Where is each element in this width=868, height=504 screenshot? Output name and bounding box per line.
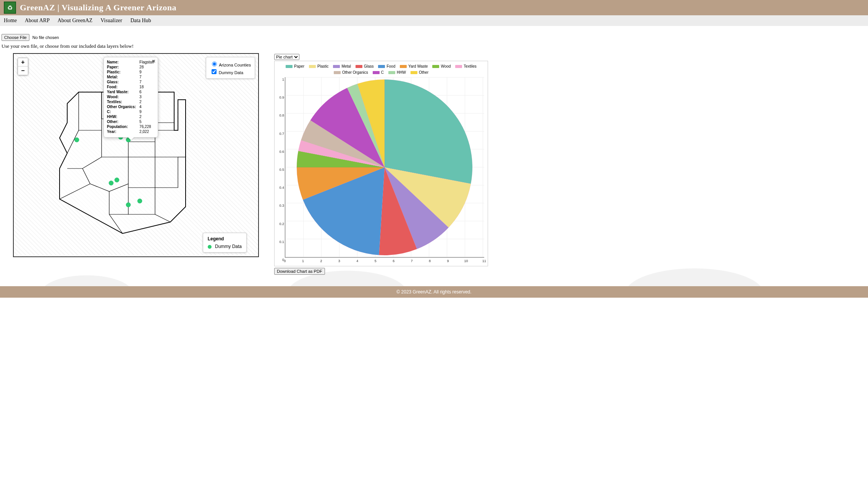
legend-item: Dummy Data bbox=[208, 244, 242, 249]
footer: © 2023 GreenAZ. All rights reserved. bbox=[0, 286, 868, 298]
layer-counties-radio[interactable] bbox=[212, 62, 217, 66]
y-axis: 00.10.20.30.40.50.60.70.80.91 bbox=[278, 77, 285, 258]
legend-dot-icon bbox=[208, 245, 212, 249]
pie-slice[interactable] bbox=[385, 79, 472, 184]
layer-counties-row[interactable]: Arizona Counties bbox=[210, 60, 251, 67]
popup-row: Name:Flagstaff bbox=[107, 60, 155, 65]
footer-text: © 2023 GreenAZ. All rights reserved. bbox=[396, 289, 471, 295]
popup-table: Name:FlagstaffPaper:28Plastic:9Metal:7Gl… bbox=[107, 60, 155, 134]
legend-entry[interactable]: Yard Waste bbox=[400, 63, 428, 70]
popup-row: Glass:7 bbox=[107, 79, 155, 84]
layer-dummy-row[interactable]: Dummy Data bbox=[210, 68, 251, 75]
popup-row: HHW:2 bbox=[107, 114, 155, 119]
svg-point-5 bbox=[126, 203, 131, 207]
svg-point-0 bbox=[74, 138, 79, 142]
popup-row: C:9 bbox=[107, 109, 155, 114]
map-popup: × Name:FlagstaffPaper:28Plastic:9Metal:7… bbox=[103, 57, 158, 138]
legend-entry[interactable]: Food bbox=[378, 63, 395, 70]
download-chart-button[interactable]: Download Chart as PDF bbox=[274, 268, 325, 275]
app-header: ♻ GreenAZ | Visualizing A Greener Arizon… bbox=[0, 0, 868, 15]
nav-home[interactable]: Home bbox=[4, 18, 17, 23]
choose-file-button[interactable]: Choose File bbox=[2, 34, 29, 41]
layer-dummy-checkbox[interactable] bbox=[212, 69, 217, 74]
nav-visualizer[interactable]: Visualizer bbox=[100, 18, 122, 23]
popup-row: Plastic:9 bbox=[107, 70, 155, 75]
legend-entry[interactable]: HHW bbox=[388, 70, 406, 76]
popup-row: Other:5 bbox=[107, 119, 155, 124]
legend-entry[interactable]: Other Organics bbox=[334, 70, 368, 76]
popup-row: Wood:3 bbox=[107, 94, 155, 99]
popup-row: Yard Waste:6 bbox=[107, 89, 155, 94]
nav-about-greenaz[interactable]: About GreenAZ bbox=[58, 18, 92, 23]
main-nav: Home About ARP About GreenAZ Visualizer … bbox=[0, 15, 868, 26]
svg-point-6 bbox=[137, 199, 142, 203]
legend-entry[interactable]: Glass bbox=[356, 63, 374, 70]
nav-about-arp[interactable]: About ARP bbox=[25, 18, 50, 23]
chart-box: PaperPlasticMetalGlassFoodYard WasteWood… bbox=[274, 61, 488, 266]
plot-area: 00.10.20.30.40.50.60.70.80.91 0123456789… bbox=[278, 77, 484, 264]
site-title: GreenAZ | Visualizing A Greener Arizona bbox=[20, 3, 176, 13]
popup-row: Food:18 bbox=[107, 84, 155, 89]
layers-control: Arizona Counties Dummy Data bbox=[206, 57, 255, 79]
legend-entry[interactable]: Plastic bbox=[309, 63, 328, 70]
no-file-label: No file chosen bbox=[32, 35, 59, 40]
svg-point-3 bbox=[115, 178, 119, 182]
map-panel[interactable]: + − Arizona Counties Dummy Data Legend D… bbox=[13, 53, 259, 257]
legend-entry[interactable]: Metal bbox=[333, 63, 351, 70]
upload-hint: Use your own file, or choose from our in… bbox=[2, 43, 866, 49]
nav-data-hub[interactable]: Data Hub bbox=[130, 18, 151, 23]
popup-close-button[interactable]: × bbox=[152, 58, 155, 64]
popup-row: Paper:28 bbox=[107, 65, 155, 70]
popup-row: Metal:7 bbox=[107, 75, 155, 79]
pie-chart-svg bbox=[285, 77, 484, 258]
svg-point-4 bbox=[109, 181, 113, 185]
chart-type-select[interactable]: Pie chart bbox=[274, 54, 299, 60]
popup-row: Year:2,022 bbox=[107, 129, 155, 134]
legend-entry[interactable]: Other bbox=[411, 70, 428, 76]
zoom-out-button[interactable]: − bbox=[18, 66, 28, 75]
popup-row: Other Organics:4 bbox=[107, 104, 155, 109]
layer-counties-label: Arizona Counties bbox=[219, 63, 251, 67]
popup-row: Textiles:2 bbox=[107, 99, 155, 104]
map-legend: Legend Dummy Data bbox=[203, 233, 247, 253]
recycle-icon: ♻ bbox=[4, 2, 16, 14]
legend-entry[interactable]: Textiles bbox=[455, 63, 476, 70]
popup-tip-icon bbox=[128, 137, 134, 140]
legend-entry[interactable]: Wood bbox=[432, 63, 451, 70]
legend-entry[interactable]: Paper bbox=[286, 63, 304, 70]
popup-row: Population:76,228 bbox=[107, 124, 155, 129]
x-axis: 01234567891011 bbox=[285, 259, 484, 264]
legend-entry[interactable]: C bbox=[373, 70, 384, 76]
legend-title: Legend bbox=[208, 236, 242, 241]
zoom-in-button[interactable]: + bbox=[18, 58, 28, 66]
zoom-control: + − bbox=[18, 58, 28, 75]
legend-item-label: Dummy Data bbox=[215, 244, 242, 249]
layer-dummy-label: Dummy Data bbox=[219, 70, 243, 75]
chart-legend: PaperPlasticMetalGlassFoodYard WasteWood… bbox=[276, 63, 486, 77]
